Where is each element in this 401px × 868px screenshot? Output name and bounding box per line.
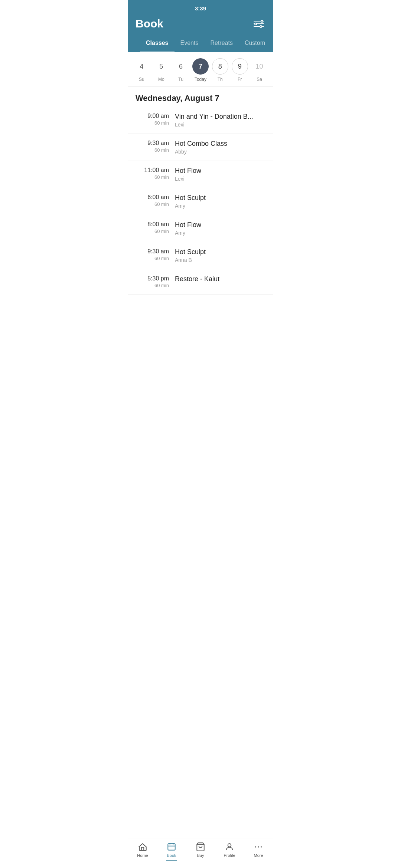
day-item-7[interactable]: 7 Today	[192, 58, 209, 82]
class-info-4: Hot Flow Amy	[175, 221, 265, 236]
class-item-4[interactable]: 8:00 am 60 min Hot Flow Amy	[128, 215, 273, 242]
tab-events[interactable]: Events	[175, 36, 205, 52]
filter-line-1	[254, 21, 264, 22]
day-number-7: 7	[192, 58, 209, 75]
class-time-2: 11:00 am 60 min	[136, 167, 169, 180]
class-info-5: Hot Sculpt Anna B	[175, 248, 265, 263]
class-time-4: 8:00 am 60 min	[136, 221, 169, 234]
day-number-4: 4	[133, 58, 150, 75]
class-info-6: Restore - Kaiut	[175, 275, 265, 284]
day-label-9: Fr	[238, 77, 242, 82]
day-label-10: Sa	[257, 77, 262, 82]
tabs: Classes Events Retreats Custom Classes	[136, 36, 265, 52]
filter-button[interactable]	[252, 19, 265, 28]
day-selector: 4 Su 5 Mo 6 Tu 7 Today 8 Th 9 Fr 10 Sa	[128, 52, 273, 87]
status-bar: 3:39	[136, 5, 265, 14]
tab-retreats[interactable]: Retreats	[204, 36, 238, 52]
day-number-8: 8	[212, 58, 228, 75]
class-item-3[interactable]: 6:00 am 60 min Hot Sculpt Amy	[128, 188, 273, 215]
day-label-7: Today	[195, 77, 206, 82]
class-item-6[interactable]: 5:30 pm 60 min Restore - Kaiut	[128, 269, 273, 295]
class-info-1: Hot Combo Class Abby	[175, 140, 265, 155]
day-item-8[interactable]: 8 Th	[212, 58, 228, 82]
class-item-5[interactable]: 9:30 am 60 min Hot Sculpt Anna B	[128, 242, 273, 269]
class-info-3: Hot Sculpt Amy	[175, 194, 265, 209]
day-item-6[interactable]: 6 Tu	[173, 58, 189, 82]
class-item-2[interactable]: 11:00 am 60 min Hot Flow Lexi	[128, 161, 273, 188]
header-row: Book	[136, 14, 265, 36]
header: 3:39 Book Classes Events Retreats Custom…	[128, 0, 273, 52]
day-item-4[interactable]: 4 Su	[133, 58, 150, 82]
class-item-1[interactable]: 9:30 am 60 min Hot Combo Class Abby	[128, 134, 273, 161]
day-label-4: Su	[139, 77, 144, 82]
class-time-5: 9:30 am 60 min	[136, 248, 169, 261]
day-label-5: Mo	[158, 77, 164, 82]
day-number-9: 9	[232, 58, 248, 75]
class-item-0[interactable]: 9:00 am 60 min Vin and Yin - Donation B.…	[128, 107, 273, 134]
tab-custom-classes[interactable]: Custom Classes	[239, 36, 265, 52]
class-time-3: 6:00 am 60 min	[136, 194, 169, 207]
day-item-9[interactable]: 9 Fr	[232, 58, 248, 82]
time: 3:39	[195, 5, 206, 11]
day-number-5: 5	[153, 58, 169, 75]
day-item-5[interactable]: 5 Mo	[153, 58, 169, 82]
class-time-6: 5:30 pm 60 min	[136, 275, 169, 288]
filter-line-2	[254, 23, 264, 24]
date-heading: Wednesday, August 7	[128, 87, 273, 107]
day-item-10[interactable]: 10 Sa	[251, 58, 267, 82]
class-time-1: 9:30 am 60 min	[136, 140, 169, 153]
day-label-8: Th	[218, 77, 223, 82]
class-info-2: Hot Flow Lexi	[175, 167, 265, 182]
day-number-6: 6	[173, 58, 189, 75]
filter-line-3	[254, 26, 264, 27]
day-label-6: Tu	[178, 77, 183, 82]
tab-classes[interactable]: Classes	[140, 36, 175, 52]
page-title: Book	[136, 17, 163, 30]
class-time-0: 9:00 am 60 min	[136, 113, 169, 126]
day-number-10: 10	[251, 58, 267, 75]
class-list: 9:00 am 60 min Vin and Yin - Donation B.…	[128, 107, 273, 295]
class-info-0: Vin and Yin - Donation B... Lexi	[175, 113, 265, 128]
